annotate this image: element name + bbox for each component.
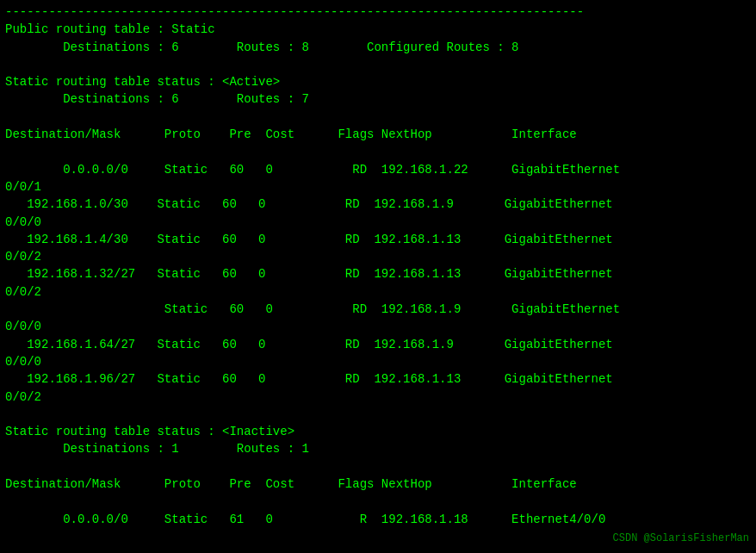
terminal-line: 192.168.1.64/27 Static 60 0 RD 192.168.1…	[5, 336, 751, 353]
terminal-line	[5, 143, 751, 160]
terminal-line: 0.0.0.0/0 Static 60 0 RD 192.168.1.22 Gi…	[5, 161, 751, 178]
terminal-line: Destinations : 1 Routes : 1	[5, 440, 751, 457]
terminal-line: 0/0/2	[5, 283, 751, 301]
terminal-line	[5, 458, 751, 475]
terminal-line: 0/0/2	[5, 388, 751, 406]
terminal-line: 0/0/0	[5, 353, 751, 370]
terminal-line: 192.168.1.0/30 Static 60 0 RD 192.168.1.…	[5, 196, 751, 213]
output-lines: ----------------------------------------…	[5, 3, 751, 528]
terminal-line: 192.168.1.4/30 Static 60 0 RD 192.168.1.…	[5, 231, 751, 248]
terminal-window: ----------------------------------------…	[0, 0, 756, 553]
terminal-line	[5, 493, 751, 510]
terminal-line: 0.0.0.0/0 Static 61 0 R 192.168.1.18 Eth…	[5, 511, 751, 528]
terminal-line	[5, 406, 751, 423]
terminal-line: 0/0/0	[5, 318, 751, 335]
terminal-line: Public routing table : Static	[5, 21, 751, 38]
terminal-line: Static 60 0 RD 192.168.1.9 GigabitEthern…	[5, 301, 751, 318]
terminal-line	[5, 56, 751, 73]
terminal-line: Destinations : 6 Routes : 8 Configured R…	[5, 39, 751, 56]
terminal-line: 192.168.1.96/27 Static 60 0 RD 192.168.1…	[5, 370, 751, 388]
terminal-line: Destinations : 6 Routes : 7	[5, 90, 751, 108]
terminal-line: Static routing table status : <Inactive>	[5, 423, 751, 440]
terminal-line: Destination/Mask Proto Pre Cost Flags Ne…	[5, 475, 751, 493]
terminal-line: 0/0/0	[5, 214, 751, 231]
terminal-line: 0/0/2	[5, 248, 751, 265]
terminal-line: Static routing table status : <Active>	[5, 73, 751, 90]
terminal-line: 192.168.1.32/27 Static 60 0 RD 192.168.1…	[5, 265, 751, 283]
terminal-line: ----------------------------------------…	[5, 3, 751, 21]
watermark: CSDN @SolarisFisherMan	[613, 531, 749, 546]
terminal-line: Destination/Mask Proto Pre Cost Flags Ne…	[5, 126, 751, 143]
terminal-line: 0/0/1	[5, 178, 751, 196]
terminal-line	[5, 109, 751, 126]
